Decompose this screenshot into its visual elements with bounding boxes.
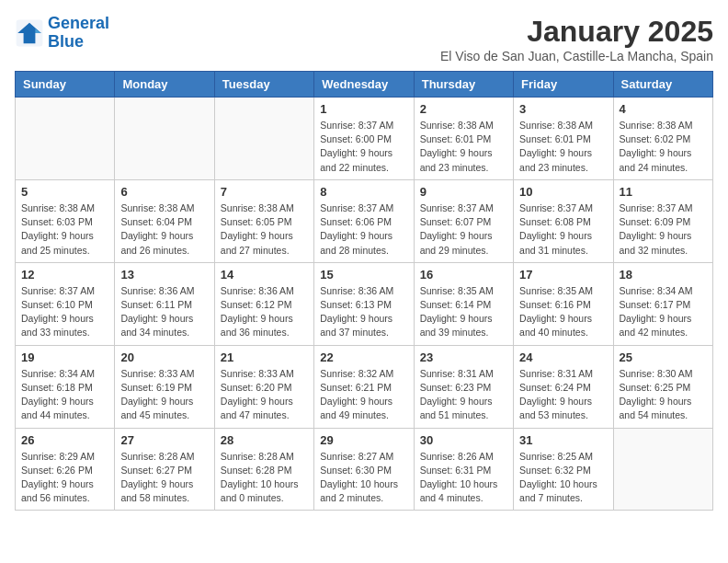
calendar-cell: 9Sunrise: 8:37 AM Sunset: 6:07 PM Daylig…: [414, 179, 513, 262]
day-number: 29: [320, 433, 407, 447]
calendar-week-row: 19Sunrise: 8:34 AM Sunset: 6:18 PM Dayli…: [16, 345, 713, 428]
day-number: 8: [320, 185, 407, 199]
day-info: Sunrise: 8:37 AM Sunset: 6:10 PM Dayligh…: [21, 284, 108, 340]
day-info: Sunrise: 8:34 AM Sunset: 6:18 PM Dayligh…: [21, 367, 108, 423]
day-info: Sunrise: 8:37 AM Sunset: 6:07 PM Dayligh…: [420, 201, 507, 258]
weekday-header-monday: Monday: [115, 72, 214, 98]
weekday-header-wednesday: Wednesday: [314, 72, 414, 98]
day-info: Sunrise: 8:35 AM Sunset: 6:14 PM Dayligh…: [420, 284, 507, 340]
logo-text: General Blue: [48, 15, 109, 52]
calendar-cell: 29Sunrise: 8:27 AM Sunset: 6:30 PM Dayli…: [314, 428, 414, 511]
location: El Viso de San Juan, Castille-La Mancha,…: [440, 49, 713, 63]
calendar-cell: 28Sunrise: 8:28 AM Sunset: 6:28 PM Dayli…: [214, 428, 313, 511]
day-number: 23: [420, 350, 507, 364]
calendar-cell: 5Sunrise: 8:38 AM Sunset: 6:03 PM Daylig…: [16, 179, 115, 262]
day-info: Sunrise: 8:36 AM Sunset: 6:11 PM Dayligh…: [120, 284, 208, 340]
calendar-cell: 24Sunrise: 8:31 AM Sunset: 6:24 PM Dayli…: [514, 345, 613, 428]
day-info: Sunrise: 8:33 AM Sunset: 6:20 PM Dayligh…: [221, 367, 308, 423]
calendar-cell: 23Sunrise: 8:31 AM Sunset: 6:23 PM Dayli…: [414, 345, 513, 428]
title-block: January 2025 El Viso de San Juan, Castil…: [440, 15, 713, 63]
day-info: Sunrise: 8:28 AM Sunset: 6:28 PM Dayligh…: [221, 450, 308, 506]
calendar-cell: 3Sunrise: 8:38 AM Sunset: 6:01 PM Daylig…: [514, 98, 613, 180]
day-number: 9: [420, 185, 507, 199]
calendar-header-row: SundayMondayTuesdayWednesdayThursdayFrid…: [16, 72, 713, 98]
page-header: General Blue January 2025 El Viso de San…: [15, 15, 713, 63]
day-info: Sunrise: 8:38 AM Sunset: 6:04 PM Dayligh…: [120, 201, 208, 258]
day-number: 11: [620, 185, 707, 199]
calendar-cell: [613, 428, 712, 511]
day-number: 4: [620, 102, 707, 116]
logo: General Blue: [15, 15, 109, 52]
day-info: Sunrise: 8:29 AM Sunset: 6:26 PM Dayligh…: [21, 450, 108, 506]
weekday-header-thursday: Thursday: [414, 72, 513, 98]
calendar-cell: 11Sunrise: 8:37 AM Sunset: 6:09 PM Dayli…: [613, 179, 712, 262]
day-info: Sunrise: 8:31 AM Sunset: 6:23 PM Dayligh…: [420, 367, 507, 423]
calendar-cell: 8Sunrise: 8:37 AM Sunset: 6:06 PM Daylig…: [314, 179, 414, 262]
calendar-week-row: 5Sunrise: 8:38 AM Sunset: 6:03 PM Daylig…: [16, 179, 713, 262]
calendar-cell: 20Sunrise: 8:33 AM Sunset: 6:19 PM Dayli…: [115, 345, 214, 428]
day-info: Sunrise: 8:35 AM Sunset: 6:16 PM Dayligh…: [519, 284, 607, 340]
day-number: 30: [420, 433, 507, 447]
day-info: Sunrise: 8:37 AM Sunset: 6:08 PM Dayligh…: [519, 201, 607, 258]
day-info: Sunrise: 8:31 AM Sunset: 6:24 PM Dayligh…: [519, 367, 607, 423]
day-info: Sunrise: 8:30 AM Sunset: 6:25 PM Dayligh…: [620, 367, 707, 423]
day-number: 25: [620, 350, 707, 364]
day-info: Sunrise: 8:37 AM Sunset: 6:06 PM Dayligh…: [320, 201, 407, 258]
logo-line1: General: [48, 14, 109, 32]
calendar-cell: 19Sunrise: 8:34 AM Sunset: 6:18 PM Dayli…: [16, 345, 115, 428]
day-number: 16: [420, 268, 507, 282]
calendar-cell: 1Sunrise: 8:37 AM Sunset: 6:00 PM Daylig…: [314, 98, 414, 180]
calendar-cell: 4Sunrise: 8:38 AM Sunset: 6:02 PM Daylig…: [613, 98, 712, 180]
calendar-cell: 26Sunrise: 8:29 AM Sunset: 6:26 PM Dayli…: [16, 428, 115, 511]
day-number: 21: [221, 350, 308, 364]
calendar-cell: 16Sunrise: 8:35 AM Sunset: 6:14 PM Dayli…: [414, 262, 513, 345]
day-info: Sunrise: 8:27 AM Sunset: 6:30 PM Dayligh…: [320, 450, 407, 506]
day-number: 18: [620, 268, 707, 282]
calendar-cell: 14Sunrise: 8:36 AM Sunset: 6:12 PM Dayli…: [214, 262, 313, 345]
calendar-week-row: 1Sunrise: 8:37 AM Sunset: 6:00 PM Daylig…: [16, 98, 713, 180]
day-info: Sunrise: 8:36 AM Sunset: 6:12 PM Dayligh…: [221, 284, 308, 340]
weekday-header-saturday: Saturday: [613, 72, 712, 98]
weekday-header-friday: Friday: [514, 72, 613, 98]
day-number: 15: [320, 268, 407, 282]
day-number: 13: [120, 268, 208, 282]
calendar-cell: 25Sunrise: 8:30 AM Sunset: 6:25 PM Dayli…: [613, 345, 712, 428]
month-title: January 2025: [440, 15, 713, 49]
day-number: 20: [120, 350, 208, 364]
day-info: Sunrise: 8:36 AM Sunset: 6:13 PM Dayligh…: [320, 284, 407, 340]
day-number: 1: [320, 102, 407, 116]
day-info: Sunrise: 8:34 AM Sunset: 6:17 PM Dayligh…: [620, 284, 707, 340]
calendar-cell: 10Sunrise: 8:37 AM Sunset: 6:08 PM Dayli…: [514, 179, 613, 262]
weekday-header-sunday: Sunday: [16, 72, 115, 98]
calendar-week-row: 26Sunrise: 8:29 AM Sunset: 6:26 PM Dayli…: [16, 428, 713, 511]
weekday-header-tuesday: Tuesday: [214, 72, 313, 98]
day-info: Sunrise: 8:33 AM Sunset: 6:19 PM Dayligh…: [120, 367, 208, 423]
calendar-cell: 2Sunrise: 8:38 AM Sunset: 6:01 PM Daylig…: [414, 98, 513, 180]
calendar-cell: [115, 98, 214, 180]
day-info: Sunrise: 8:32 AM Sunset: 6:21 PM Dayligh…: [320, 367, 407, 423]
day-number: 14: [221, 268, 308, 282]
day-number: 26: [21, 433, 108, 447]
calendar-cell: 13Sunrise: 8:36 AM Sunset: 6:11 PM Dayli…: [115, 262, 214, 345]
day-info: Sunrise: 8:37 AM Sunset: 6:09 PM Dayligh…: [620, 201, 707, 258]
day-info: Sunrise: 8:38 AM Sunset: 6:05 PM Dayligh…: [221, 201, 308, 258]
calendar-week-row: 12Sunrise: 8:37 AM Sunset: 6:10 PM Dayli…: [16, 262, 713, 345]
day-number: 31: [519, 433, 607, 447]
calendar-table: SundayMondayTuesdayWednesdayThursdayFrid…: [15, 71, 713, 511]
day-info: Sunrise: 8:28 AM Sunset: 6:27 PM Dayligh…: [120, 450, 208, 506]
day-number: 6: [120, 185, 208, 199]
day-number: 10: [519, 185, 607, 199]
day-info: Sunrise: 8:38 AM Sunset: 6:01 PM Dayligh…: [519, 119, 607, 175]
day-number: 19: [21, 350, 108, 364]
calendar-cell: 30Sunrise: 8:26 AM Sunset: 6:31 PM Dayli…: [414, 428, 513, 511]
day-number: 27: [120, 433, 208, 447]
day-info: Sunrise: 8:38 AM Sunset: 6:03 PM Dayligh…: [21, 201, 108, 258]
day-number: 2: [420, 102, 507, 116]
day-number: 5: [21, 185, 108, 199]
day-number: 17: [519, 268, 607, 282]
day-number: 24: [519, 350, 607, 364]
day-number: 22: [320, 350, 407, 364]
logo-line2: Blue: [48, 32, 84, 51]
calendar-cell: 27Sunrise: 8:28 AM Sunset: 6:27 PM Dayli…: [115, 428, 214, 511]
day-number: 28: [221, 433, 308, 447]
